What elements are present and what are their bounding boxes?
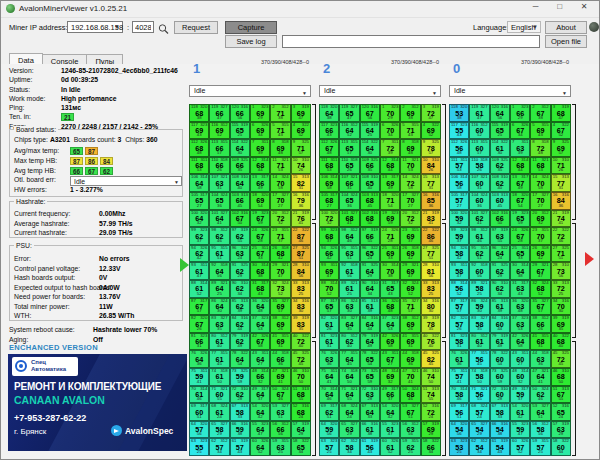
chip-aux-bottom: 37 xyxy=(271,239,289,244)
chip-cell: 303147038 xyxy=(380,262,400,280)
board-mode-dropdown[interactable]: Idle▼ xyxy=(189,85,311,97)
info-row: Avg/max temp:6587 xyxy=(14,146,180,156)
board-number: 2 xyxy=(323,61,330,76)
chip-cell: 63267034 xyxy=(380,122,400,140)
chip-aux-bottom: 31 xyxy=(320,344,338,349)
chevron-down-icon[interactable]: ▼ xyxy=(432,88,437,98)
capture-screen-button[interactable]: Capture screen xyxy=(225,21,277,34)
advertisement-banner[interactable]: Спец Автоматика РЕМОНТ И КОМПЛЕКТУЮЩИЕ C… xyxy=(8,354,187,451)
chip-cell: 1043246536 xyxy=(209,192,229,210)
chip-aux-bottom: 52 xyxy=(251,450,269,455)
chip-cell: 603266452 xyxy=(250,438,270,456)
chip-cell: 873176557 xyxy=(319,298,339,316)
about-button[interactable]: About xyxy=(545,21,587,34)
tab-strip: DataConsoleПулы xyxy=(9,50,122,64)
chip-aux-bottom: 25 xyxy=(271,450,289,455)
right-pager-arrow-icon[interactable] xyxy=(585,252,594,266)
field-value-wrap: In Idle xyxy=(61,86,81,93)
language-combobox[interactable]: English▼ xyxy=(507,21,541,33)
board-mode-dropdown[interactable]: Idle▼ xyxy=(319,85,441,97)
chip-cell: 1173235543 xyxy=(449,122,469,140)
chip-aux-bottom: 40 xyxy=(361,186,379,191)
chip-cell: 53157143 xyxy=(270,122,290,140)
chip-cell: 233156937 xyxy=(400,227,420,245)
chip-aux-bottom: 50 xyxy=(231,221,249,226)
chip-aux-bottom: 53 xyxy=(271,168,289,173)
chip-cell: 913256229 xyxy=(490,262,510,280)
chip-aux-bottom: 28 xyxy=(511,239,529,244)
chip-cell: 583226034 xyxy=(551,438,571,456)
chip-aux-bottom: 32 xyxy=(271,221,289,226)
chevron-down-icon[interactable]: ▼ xyxy=(532,22,538,33)
save-log-button[interactable]: Save log xyxy=(225,35,277,48)
chip-aux-bottom: 33 xyxy=(361,415,379,420)
chip-aux-bottom: 39 xyxy=(381,151,399,156)
field-value-wrap: 6587 xyxy=(70,147,100,155)
field-value: 26.85 W/Th xyxy=(99,312,135,319)
chevron-down-icon[interactable]: ▼ xyxy=(114,22,120,33)
chip-cell: 453257245 xyxy=(551,350,571,368)
chip-aux-bottom: 56 xyxy=(401,432,419,437)
board-frequency-header: 370/390/408/428--0 xyxy=(391,59,439,65)
field-value-wrap: 12.33V xyxy=(99,265,121,272)
field-value: 13.76V xyxy=(99,293,121,300)
chip-aux-bottom: 25 xyxy=(401,450,419,455)
chevron-down-icon[interactable]: ▼ xyxy=(302,88,307,98)
chip-cell: 633235725 xyxy=(319,438,339,456)
chip-cell: 463106850 xyxy=(551,368,571,386)
field-value-wrap: Hashrate lower 70% xyxy=(93,326,157,333)
chevron-down-icon[interactable]: ▼ xyxy=(562,88,567,98)
left-pager-arrow-icon[interactable] xyxy=(180,258,189,272)
chip-cell: 573196429 xyxy=(291,421,311,439)
chip-cell: 923186456 xyxy=(209,262,229,280)
chip-aux-bottom: 30 xyxy=(491,151,509,156)
chip-aux-bottom: 30 xyxy=(210,309,228,314)
open-file-button[interactable]: Open file xyxy=(545,35,587,48)
chip-aux-bottom: 25 xyxy=(491,133,509,138)
chip-cell: 1163126452 xyxy=(339,122,359,140)
chip-cell: 43226952 xyxy=(291,122,311,140)
request-button[interactable]: Request xyxy=(174,21,218,34)
boards-count-label: Boards count: xyxy=(74,136,116,143)
chip-temp-grid: 1183206438119327654712031667561323702923… xyxy=(319,104,441,456)
board-mode-dropdown[interactable]: Idle▼ xyxy=(449,85,571,97)
chip-cell: 803126240 xyxy=(339,333,359,351)
app-window: AvalonMinerViewer v1.0.25.21 ─ □ ✕ Miner… xyxy=(0,0,600,460)
chip-aux-bottom: 25 xyxy=(552,292,570,297)
close-button[interactable]: ✕ xyxy=(573,2,595,11)
board-bracket xyxy=(312,341,316,456)
chip-aux-bottom: 36 xyxy=(422,204,440,209)
chip-aux-bottom: 30 xyxy=(292,309,310,314)
chip-aux-bottom: 29 xyxy=(491,274,509,279)
field-value-wrap: 131мс xyxy=(61,104,81,111)
chip-aux-bottom: 27 xyxy=(190,204,208,209)
chip-aux-bottom: 26 xyxy=(271,327,289,332)
chip-cell: 183206754 xyxy=(510,192,530,210)
chip-cell: 433116727 xyxy=(380,350,400,368)
field-value-wrap: 1246-85-21072802_4ec6bb0_211fc46 xyxy=(61,67,178,74)
chip-aux-bottom: 46 xyxy=(292,239,310,244)
board-mode-value: Idle xyxy=(454,87,465,94)
enhanced-version-link[interactable]: ENCHANCED VERSION xyxy=(9,343,98,352)
chip-cell: 773156145 xyxy=(209,350,229,368)
ip-combobox[interactable]: 192.168.68.158▼ xyxy=(67,21,123,33)
banner-phone: +7-953-287-62-22 xyxy=(14,413,86,423)
chip-cell: 193236959 xyxy=(380,210,400,228)
chip-aux-bottom: 46 xyxy=(271,397,289,402)
chip-aux-bottom: 35 xyxy=(231,168,249,173)
chip-aux-bottom: 27 xyxy=(511,362,529,367)
port-input[interactable] xyxy=(132,21,154,33)
chip-cell: 983126146 xyxy=(469,227,489,245)
maximize-button[interactable]: □ xyxy=(549,2,571,11)
log-path-input[interactable] xyxy=(282,35,540,48)
chip-aux-bottom: 45 xyxy=(210,362,228,367)
temp-badge: 84 xyxy=(100,157,113,165)
magnifier-icon[interactable] xyxy=(157,21,170,33)
chip-aux-bottom: 44 xyxy=(231,327,249,332)
chip-cell: 743186450 xyxy=(339,368,359,386)
chips-summary-row: Chips type: A3201 Boards count: 3 Chips:… xyxy=(14,136,158,143)
minimize-button[interactable]: ─ xyxy=(525,2,547,11)
chip-cell: 83186948 xyxy=(400,139,420,157)
chip-aux-bottom: 31 xyxy=(450,344,468,349)
chip-cell: 663166138 xyxy=(360,421,380,439)
